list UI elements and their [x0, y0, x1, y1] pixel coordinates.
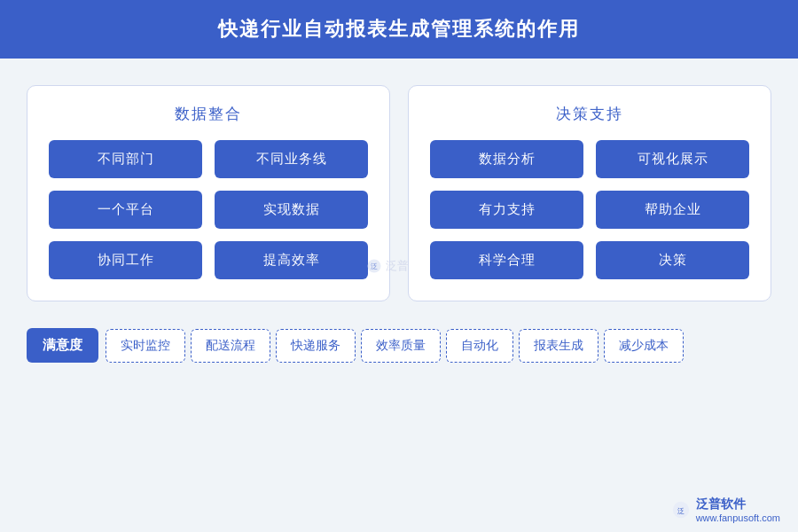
footer-url: www.fanpusoft.com [696, 512, 780, 523]
left-btn-1[interactable]: 不同业务线 [215, 140, 368, 178]
footer-brand-block: 泛普软件 www.fanpusoft.com [696, 497, 780, 523]
bottom-outline-tag-5[interactable]: 报表生成 [519, 329, 598, 363]
right-btn-4[interactable]: 科学合理 [430, 241, 583, 279]
page-title: 快递行业自动报表生成管理系统的作用 [0, 16, 798, 43]
left-card-grid: 不同部门 不同业务线 一个平台 实现数据 协同工作 提高效率 [49, 140, 368, 279]
left-btn-2[interactable]: 一个平台 [49, 191, 202, 229]
bottom-outline-tag-3[interactable]: 效率质量 [361, 329, 441, 363]
svg-text:泛: 泛 [677, 507, 685, 515]
left-btn-3[interactable]: 实现数据 [215, 191, 368, 229]
right-btn-0[interactable]: 数据分析 [430, 140, 583, 178]
left-card: 数据整合 不同部门 不同业务线 一个平台 实现数据 协同工作 提高效率 [27, 85, 390, 301]
bottom-outline-tag-4[interactable]: 自动化 [446, 329, 513, 363]
bottom-primary-tag[interactable]: 满意度 [27, 328, 98, 363]
footer-logo-icon: 泛 [671, 500, 691, 520]
left-btn-4[interactable]: 协同工作 [49, 241, 202, 279]
bottom-outline-tag-6[interactable]: 减少成本 [604, 329, 684, 363]
footer-brand-name: 泛普软件 [696, 497, 746, 512]
bottom-outline-tag-1[interactable]: 配送流程 [191, 329, 270, 363]
bottom-bar: 满意度 实时监控 配送流程 快递服务 效率质量 自动化 报表生成 减少成本 [0, 328, 798, 363]
bottom-outline-tag-2[interactable]: 快递服务 [276, 329, 356, 363]
left-btn-5[interactable]: 提高效率 [215, 241, 368, 279]
main-content: 数据整合 不同部门 不同业务线 一个平台 实现数据 协同工作 提高效率 泛 泛普… [0, 59, 798, 319]
right-card: 决策支持 数据分析 可视化展示 有力支持 帮助企业 科学合理 决策 [408, 85, 771, 301]
right-btn-2[interactable]: 有力支持 [430, 191, 583, 229]
right-btn-5[interactable]: 决策 [596, 241, 749, 279]
left-card-title: 数据整合 [49, 104, 368, 124]
left-btn-0[interactable]: 不同部门 [49, 140, 202, 178]
right-btn-1[interactable]: 可视化展示 [596, 140, 749, 178]
right-card-title: 决策支持 [430, 104, 749, 124]
right-card-grid: 数据分析 可视化展示 有力支持 帮助企业 科学合理 决策 [430, 140, 749, 279]
right-btn-3[interactable]: 帮助企业 [596, 191, 749, 229]
footer: 泛 泛普软件 www.fanpusoft.com [671, 497, 780, 523]
header: 快递行业自动报表生成管理系统的作用 [0, 0, 798, 59]
bottom-outline-tag-0[interactable]: 实时监控 [106, 329, 185, 363]
